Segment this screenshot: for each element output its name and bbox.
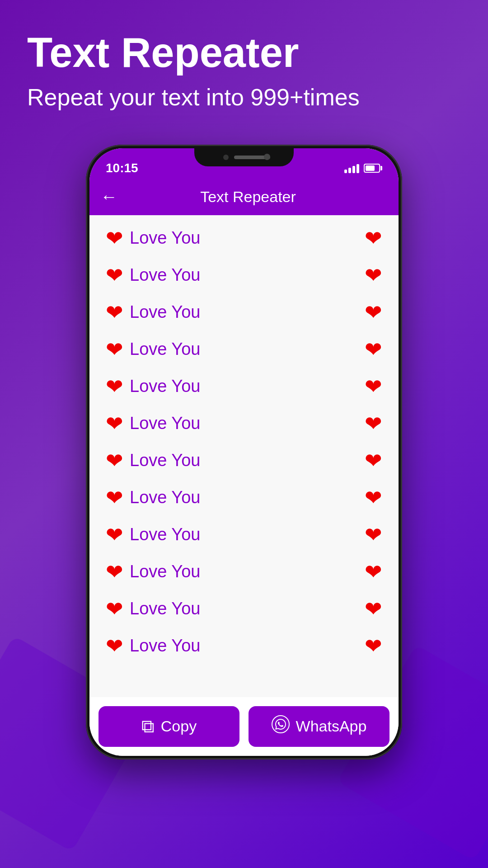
- list-item-text: Love You: [130, 562, 358, 581]
- heart-icon-left: ❤: [106, 599, 123, 619]
- back-button[interactable]: ←: [100, 187, 117, 207]
- heart-icon-left: ❤: [106, 487, 123, 508]
- list-item-text: Love You: [130, 636, 358, 656]
- list-item-text: Love You: [130, 377, 358, 396]
- list-item: ❤ Love You ❤: [89, 442, 399, 479]
- content-area: ❤ Love You ❤ ❤ Love You ❤ ❤ Love You ❤ ❤…: [89, 215, 399, 697]
- list-item-text: Love You: [130, 414, 358, 433]
- list-item: ❤ Love You ❤: [89, 368, 399, 405]
- list-item: ❤ Love You ❤: [89, 405, 399, 442]
- heart-icon-left: ❤: [106, 302, 123, 323]
- heart-icon-left: ❤: [106, 228, 123, 249]
- status-time: 10:15: [106, 152, 138, 175]
- phone-inner: 10:15: [89, 148, 399, 756]
- heart-icon-left: ❤: [106, 561, 123, 582]
- heart-icon-left: ❤: [106, 524, 123, 545]
- list-item: ❤ Love You ❤: [89, 627, 399, 665]
- list-item: ❤ Love You ❤: [89, 590, 399, 627]
- list-item: ❤ Love You ❤: [89, 516, 399, 553]
- heart-icon-left: ❤: [106, 413, 123, 434]
- whatsapp-button[interactable]: WhatsApp: [249, 706, 389, 747]
- list-item-text: Love You: [130, 451, 358, 470]
- list-item: ❤ Love You ❤: [89, 257, 399, 294]
- whatsapp-label: WhatsApp: [296, 717, 367, 735]
- list-item: ❤ Love You ❤: [89, 220, 399, 257]
- signal-icon: [344, 163, 359, 173]
- app-title: Text Repeater: [27, 32, 461, 73]
- list-item-text: Love You: [130, 599, 358, 618]
- list-item: ❤ Love You ❤: [89, 479, 399, 516]
- heart-icon-right: ❤: [365, 599, 382, 619]
- heart-icon-right: ❤: [365, 302, 382, 323]
- list-item-text: Love You: [130, 488, 358, 507]
- app-bar-title: Text Repeater: [127, 188, 370, 206]
- header-section: Text Repeater Repeat your text into 999+…: [0, 0, 488, 131]
- app-subtitle: Repeat your text into 999+times: [27, 82, 461, 113]
- heart-icon-right: ❤: [365, 487, 382, 508]
- heart-icon-left: ❤: [106, 450, 123, 471]
- copy-icon: ⧉: [141, 716, 155, 737]
- list-item-text: Love You: [130, 265, 358, 285]
- list-item-text: Love You: [130, 228, 358, 248]
- list-item-text: Love You: [130, 340, 358, 359]
- copy-button[interactable]: ⧉ Copy: [99, 706, 239, 747]
- heart-icon-left: ❤: [106, 376, 123, 397]
- heart-icon-left: ❤: [106, 265, 123, 286]
- whatsapp-icon: [272, 715, 290, 737]
- notch-dot: [223, 155, 229, 160]
- phone-frame: 10:15: [86, 145, 402, 760]
- heart-icon-right: ❤: [365, 561, 382, 582]
- list-item: ❤ Love You ❤: [89, 553, 399, 590]
- heart-icon-right: ❤: [365, 524, 382, 545]
- heart-icon-right: ❤: [365, 339, 382, 360]
- notch-circle: [264, 154, 270, 160]
- app-bar: ← Text Repeater: [89, 179, 399, 215]
- heart-icon-right: ❤: [365, 450, 382, 471]
- heart-icon-right: ❤: [365, 265, 382, 286]
- heart-icon-right: ❤: [365, 636, 382, 656]
- svg-point-0: [272, 716, 289, 733]
- status-icons: [344, 154, 382, 173]
- list-item: ❤ Love You ❤: [89, 294, 399, 331]
- heart-icon-left: ❤: [106, 636, 123, 656]
- copy-label: Copy: [161, 717, 197, 735]
- list-item: ❤ Love You ❤: [89, 331, 399, 368]
- action-bar: ⧉ Copy WhatsApp: [89, 697, 399, 756]
- heart-icon-right: ❤: [365, 413, 382, 434]
- heart-icon-left: ❤: [106, 339, 123, 360]
- list-item-text: Love You: [130, 525, 358, 544]
- heart-icon-right: ❤: [365, 228, 382, 249]
- battery-icon: [364, 164, 382, 173]
- list-item-text: Love You: [130, 302, 358, 322]
- heart-icon-right: ❤: [365, 376, 382, 397]
- phone-notch: [194, 148, 294, 166]
